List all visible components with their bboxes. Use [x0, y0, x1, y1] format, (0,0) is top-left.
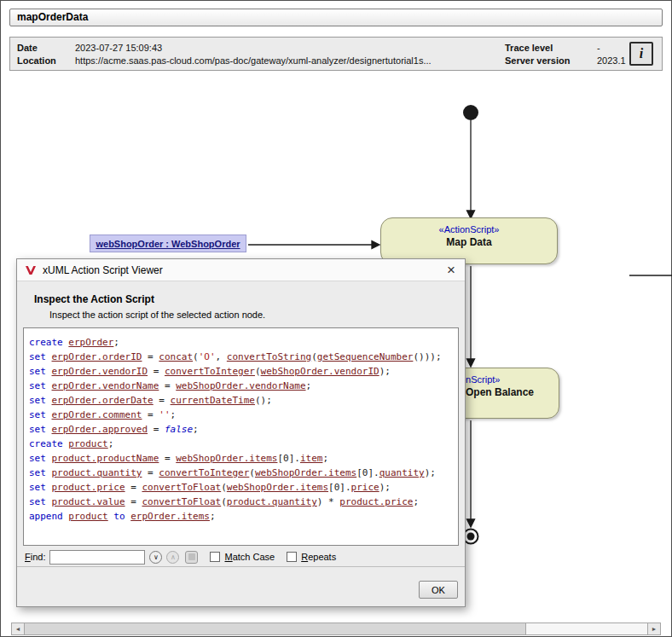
highlighter-icon — [188, 553, 195, 560]
find-prev-button[interactable]: ∧ — [166, 551, 179, 564]
code-line: set product.productName = webShopOrder.i… — [29, 451, 453, 466]
find-input[interactable] — [49, 550, 145, 565]
repeats-label: Repeats — [301, 552, 336, 562]
code-line: create product; — [29, 437, 453, 451]
ok-button[interactable]: OK — [419, 581, 458, 599]
code-line: set product.value = convertToFloat(produ… — [29, 495, 453, 509]
code-line: set erpOrder.orderID = concat('O', conve… — [29, 350, 453, 364]
dialog-subheading: Inspect the action script of the selecte… — [49, 310, 265, 320]
dialog-title: xUML Action Script Viewer — [43, 264, 439, 276]
node-stereotype: «ActionScript» — [381, 224, 557, 235]
arrowhead-icon — [467, 359, 475, 367]
action-node-map-data[interactable]: «ActionScript» Map Data — [380, 217, 558, 264]
code-line: create erpOrder; — [29, 335, 453, 350]
arrowhead-icon — [372, 241, 379, 249]
close-icon[interactable]: × — [445, 263, 457, 277]
code-line: set product.price = convertToFloat(webSh… — [29, 480, 453, 495]
scroll-left-icon[interactable]: ◄ — [12, 623, 25, 634]
code-line: set product.quantity = convertToInteger(… — [29, 466, 453, 480]
code-line: set erpOrder.comment = ''; — [29, 408, 453, 422]
find-bar: Find: ∨ ∧ Match Case Repeats — [17, 547, 465, 567]
match-case-checkbox[interactable] — [210, 552, 220, 562]
action-script-code[interactable]: create erpOrder;set erpOrder.orderID = c… — [23, 327, 459, 546]
app-window: mapOrderData Date 2023-07-27 15:09:43 Lo… — [0, 0, 672, 637]
highlight-matches-button[interactable] — [185, 551, 198, 564]
action-script-viewer-dialog: xUML Action Script Viewer × Inspect the … — [16, 258, 466, 607]
node-name: Map Data — [381, 236, 557, 248]
scrollbar-track[interactable] — [526, 623, 647, 634]
scrollbar-thumb[interactable] — [25, 623, 526, 634]
arrowhead-icon — [467, 519, 475, 527]
dialog-heading: Inspect the Action Script — [34, 293, 154, 305]
find-label: Find: — [25, 552, 45, 562]
find-next-button[interactable]: ∨ — [149, 551, 162, 564]
match-case-label: Match Case — [224, 552, 275, 562]
repeats-checkbox[interactable] — [287, 552, 297, 562]
object-node-label[interactable]: webShopOrder : WebShopOrder — [90, 235, 246, 252]
code-line: set erpOrder.vendorName = webShopOrder.v… — [29, 379, 453, 393]
code-line: set erpOrder.orderDate = currentDateTime… — [29, 393, 453, 408]
code-line: set erpOrder.vendorID = convertToInteger… — [29, 364, 453, 379]
final-node-dot — [467, 533, 475, 541]
initial-node[interactable] — [463, 105, 478, 120]
horizontal-scrollbar[interactable]: ◄ ► — [11, 623, 661, 635]
dialog-title-bar[interactable]: xUML Action Script Viewer × — [17, 259, 465, 281]
scroll-right-icon[interactable]: ► — [647, 623, 660, 634]
code-line: set erpOrder.approved = false; — [29, 422, 453, 437]
app-logo-icon — [25, 265, 37, 275]
code-line: append product to erpOrder.items; — [29, 509, 453, 524]
